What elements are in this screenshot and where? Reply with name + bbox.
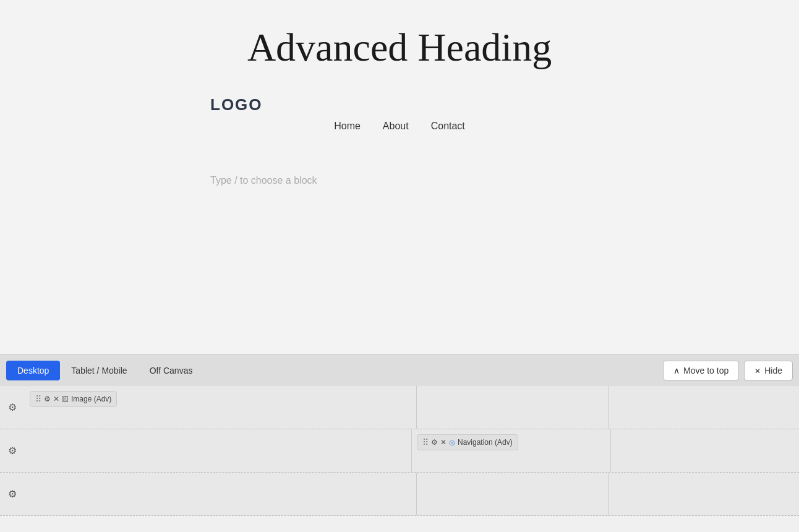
hide-label: Hide	[764, 366, 782, 375]
gear-icon-3	[8, 488, 17, 500]
drag-handle-icon[interactable]: ⠿	[35, 394, 41, 404]
hide-button[interactable]: Hide	[744, 361, 793, 380]
block-gear-icon[interactable]	[44, 395, 51, 403]
nav-item-home[interactable]: Home	[334, 121, 361, 132]
block-close-icon[interactable]	[53, 395, 59, 403]
canvas-area: Advanced Heading LOGO Home About Contact…	[0, 0, 799, 354]
block-row-1: ⠿ Image (Adv)	[0, 386, 799, 429]
tab-tablet-mobile[interactable]: Tablet / Mobile	[60, 361, 138, 380]
nav-block-label: Navigation (Adv)	[458, 438, 513, 447]
gear-icon	[8, 401, 17, 413]
image-adv-block[interactable]: ⠿ Image (Adv)	[30, 391, 117, 407]
row1-block-content: ⠿ Image (Adv)	[25, 386, 416, 429]
row2-col2: ⠿ Navigation (Adv)	[412, 429, 610, 472]
toolbar-right-actions: Move to top Hide	[663, 361, 793, 380]
gear-icon-2	[8, 445, 17, 457]
row2-col3	[611, 429, 800, 472]
row3-col2	[417, 473, 608, 515]
navigation-adv-block[interactable]: ⠿ Navigation (Adv)	[417, 434, 518, 450]
block-row-2: ⠿ Navigation (Adv)	[0, 429, 799, 473]
block-placeholder: Type / to choose a block	[210, 175, 317, 186]
row1-col3	[609, 386, 800, 429]
move-to-top-button[interactable]: Move to top	[663, 361, 739, 380]
row3-gear[interactable]	[0, 473, 25, 515]
nav-block-close-icon[interactable]	[440, 438, 446, 447]
image-icon	[62, 395, 69, 403]
row3-block-content	[25, 473, 416, 515]
row1-gear[interactable]	[0, 386, 25, 429]
nav-item-about[interactable]: About	[383, 121, 409, 132]
nav-item-contact[interactable]: Contact	[431, 121, 465, 132]
row3-col3	[609, 473, 800, 515]
tab-desktop[interactable]: Desktop	[6, 361, 60, 380]
block-row-3	[0, 473, 799, 516]
block-editor: ⠿ Image (Adv) ⠿ Navigation (A	[0, 386, 799, 516]
logo-area: LOGO	[210, 95, 263, 114]
page-heading: Advanced Heading	[247, 25, 552, 71]
row2-block-content	[25, 429, 411, 472]
bottom-toolbar: Desktop Tablet / Mobile Off Canvas Move …	[0, 354, 799, 386]
nav-icon	[449, 438, 455, 447]
site-nav: Home About Contact	[334, 121, 465, 132]
image-block-label: Image (Adv)	[71, 395, 111, 403]
move-to-top-label: Move to top	[683, 366, 728, 375]
nav-block-gear-icon[interactable]	[431, 438, 438, 447]
drag-handle-icon-2[interactable]: ⠿	[422, 437, 429, 447]
tab-off-canvas[interactable]: Off Canvas	[139, 361, 204, 380]
row1-col2	[417, 386, 608, 429]
close-icon	[754, 366, 761, 375]
logo-text: LOGO	[210, 95, 263, 114]
chevron-up-icon	[673, 366, 680, 375]
row2-gear[interactable]	[0, 429, 25, 472]
